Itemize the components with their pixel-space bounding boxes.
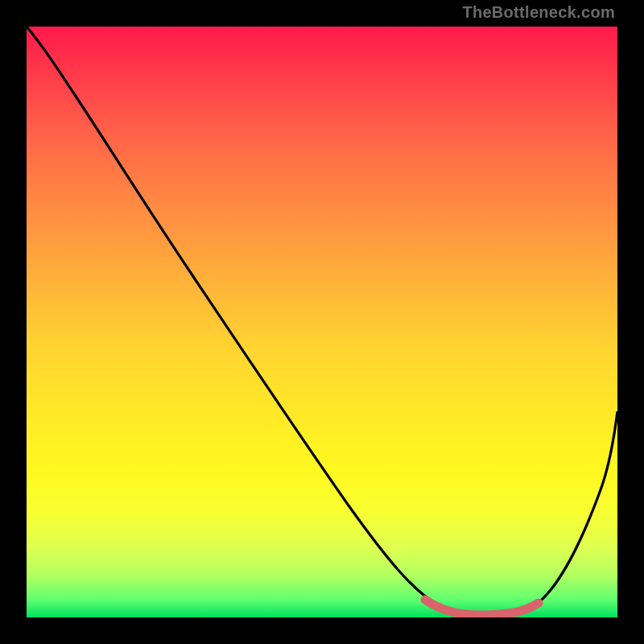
optimal-highlight xyxy=(425,600,539,615)
plot-area xyxy=(27,27,617,617)
watermark-text: TheBottleneck.com xyxy=(462,3,615,22)
chart-container: TheBottleneck.com xyxy=(0,0,644,644)
bottleneck-curve xyxy=(27,27,617,615)
curve-svg xyxy=(27,27,617,617)
